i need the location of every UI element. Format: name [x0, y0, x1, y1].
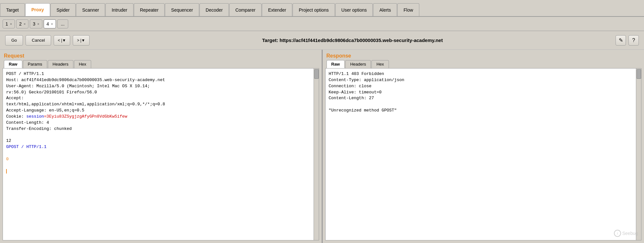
request-tab-params[interactable]: Params	[23, 60, 47, 68]
close-session-4[interactable]: ×	[51, 22, 53, 26]
response-content[interactable]: HTTP/1.1 403 Forbidden Content-Type: app…	[326, 69, 636, 240]
request-tab-raw[interactable]: Raw	[4, 60, 22, 68]
next-button[interactable]: > |▼	[73, 35, 89, 46]
response-tab-headers[interactable]: Headers	[345, 60, 371, 68]
tab-intruder[interactable]: Intruder	[105, 3, 133, 16]
tab-repeater[interactable]: Repeater	[134, 3, 165, 16]
request-pane: Request Raw Params Headers Hex POST / HT…	[0, 50, 323, 243]
watermark-icon: i	[614, 230, 621, 237]
tab-alerts[interactable]: Alerts	[373, 3, 397, 16]
tab-target[interactable]: Target	[0, 3, 25, 16]
cancel-button[interactable]: Cancel	[26, 35, 51, 46]
go-button[interactable]: Go	[5, 35, 23, 46]
close-session-3[interactable]: ×	[37, 22, 39, 26]
session-tab-3[interactable]: 3 ×	[30, 19, 42, 28]
tab-flow[interactable]: Flow	[397, 3, 419, 16]
tab-decoder[interactable]: Decoder	[199, 3, 229, 16]
response-tab-hex[interactable]: Hex	[371, 60, 389, 68]
request-tab-hex[interactable]: Hex	[74, 60, 91, 68]
session-tab-4[interactable]: 4 ×	[44, 19, 56, 28]
request-tab-headers[interactable]: Headers	[48, 60, 73, 68]
response-title: Response	[323, 50, 644, 60]
request-title: Request	[0, 50, 322, 60]
session-tab-bar: 1 × 2 × 3 × 4 × ...	[0, 17, 644, 31]
request-sub-tab-bar: Raw Params Headers Hex	[0, 60, 322, 68]
target-label: Target: https://acf41f441edb9dc9806dca7b…	[92, 37, 613, 43]
toolbar: Go Cancel < |▼ > |▼ Target: https://acf4…	[0, 31, 644, 50]
tab-comparer[interactable]: Comparer	[229, 3, 262, 16]
help-button[interactable]: ?	[628, 35, 639, 46]
session-tab-more[interactable]: ...	[57, 19, 68, 28]
close-session-1[interactable]: ×	[10, 22, 12, 26]
response-scrollbar-thumb[interactable]	[637, 69, 641, 79]
tab-spider[interactable]: Spider	[50, 3, 76, 16]
tab-sequencer[interactable]: Sequencer	[165, 3, 199, 16]
tab-extender[interactable]: Extender	[262, 3, 292, 16]
response-pane: Response Raw Headers Hex HTTP/1.1 403 Fo…	[323, 50, 644, 243]
session-tab-1[interactable]: 1 ×	[3, 19, 15, 28]
watermark: i Seebug	[614, 230, 638, 237]
request-scrollbar-thumb[interactable]	[314, 69, 319, 79]
tab-proxy[interactable]: Proxy	[25, 3, 50, 16]
watermark-text: Seebug	[622, 231, 638, 236]
edit-button[interactable]: ✎	[616, 35, 626, 46]
prev-button[interactable]: < |▼	[54, 35, 70, 46]
close-session-2[interactable]: ×	[24, 22, 26, 26]
tab-user-options[interactable]: User options	[335, 3, 373, 16]
main-content: Request Raw Params Headers Hex POST / HT…	[0, 50, 644, 243]
response-text-area[interactable]: HTTP/1.1 403 Forbidden Content-Type: app…	[325, 68, 642, 240]
request-scrollbar[interactable]	[314, 69, 319, 240]
tab-project-options[interactable]: Project options	[293, 3, 335, 16]
main-tab-bar: Target Proxy Spider Scanner Intruder Rep…	[0, 0, 644, 17]
tab-scanner[interactable]: Scanner	[76, 3, 105, 16]
response-scrollbar[interactable]	[636, 69, 641, 240]
response-tab-raw[interactable]: Raw	[327, 60, 345, 68]
request-content[interactable]: POST / HTTP/1.1 Host: acf41f441edb9dc980…	[3, 69, 314, 240]
session-tab-2[interactable]: 2 ×	[16, 19, 28, 28]
response-sub-tab-bar: Raw Headers Hex	[323, 60, 644, 68]
request-text-area[interactable]: POST / HTTP/1.1 Host: acf41f441edb9dc980…	[3, 68, 319, 240]
